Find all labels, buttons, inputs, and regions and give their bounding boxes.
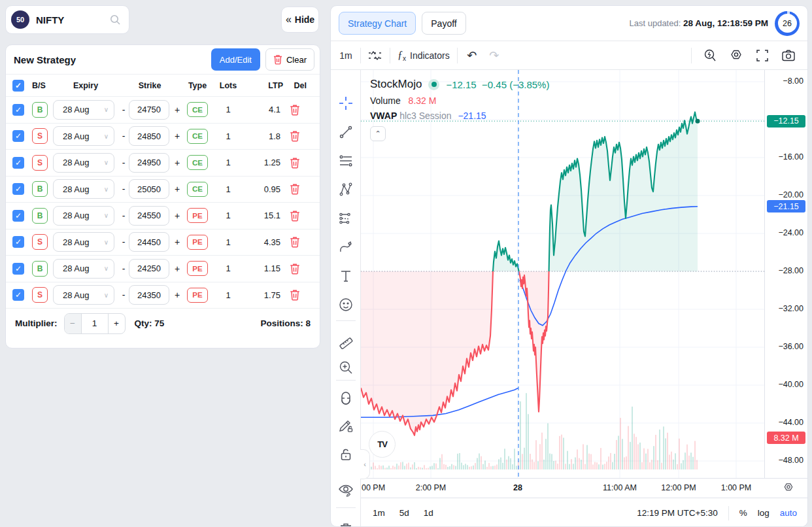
side-badge[interactable]: S (32, 287, 48, 303)
multiplier-decrease-button[interactable]: − (65, 314, 82, 333)
drawing-mode-lock-icon[interactable] (337, 416, 355, 435)
lots-value[interactable]: 1 (211, 237, 245, 247)
leg-checkbox[interactable]: ✓ (12, 263, 24, 275)
indicators-button[interactable]: ƒx Indicators (394, 45, 454, 66)
expiry-select[interactable]: 28 Aug∨ (53, 285, 114, 305)
strike-input[interactable]: 24550 (129, 206, 169, 226)
option-type-badge[interactable]: PE (187, 235, 208, 250)
time-axis-settings-icon[interactable] (783, 482, 794, 494)
delete-drawings-icon[interactable] (337, 520, 355, 527)
leg-checkbox[interactable]: ✓ (12, 157, 24, 169)
delete-leg-button[interactable] (290, 210, 300, 222)
strike-input[interactable]: 25050 (129, 179, 169, 199)
auto-scale-button[interactable]: auto (780, 508, 797, 518)
tab-payoff[interactable]: Payoff (422, 12, 465, 35)
alert-button[interactable] (699, 45, 721, 66)
option-type-badge[interactable]: PE (187, 261, 208, 276)
strike-decrease-button[interactable]: - (118, 237, 129, 247)
lots-value[interactable]: 1 (211, 290, 245, 300)
strike-decrease-button[interactable]: - (118, 264, 129, 274)
option-type-badge[interactable]: PE (187, 208, 208, 223)
side-badge[interactable]: B (32, 261, 48, 277)
redo-button[interactable]: ↷ (483, 45, 505, 66)
toolbar-collapse-tab[interactable]: ‹ (360, 449, 370, 479)
select-all-checkbox[interactable]: ✓ (12, 80, 24, 92)
time-axis[interactable]: 00 PM2:00 PM2811:00 AM12:00 PM1:00 PM (361, 478, 808, 498)
delete-leg-button[interactable] (290, 236, 300, 248)
lots-value[interactable]: 1 (211, 158, 245, 167)
leg-checkbox[interactable]: ✓ (12, 236, 24, 248)
expiry-select[interactable]: 28 Aug∨ (53, 259, 114, 279)
delete-leg-button[interactable] (290, 130, 300, 142)
side-badge[interactable]: B (32, 208, 48, 224)
lots-value[interactable]: 1 (211, 105, 245, 114)
brush-tool-icon[interactable] (337, 238, 355, 256)
interval-button[interactable]: 1m (335, 45, 357, 66)
option-type-badge[interactable]: CE (187, 129, 208, 144)
strike-decrease-button[interactable]: - (118, 290, 129, 300)
tab-strategy-chart[interactable]: Strategy Chart (339, 12, 416, 35)
range-5d[interactable]: 5d (399, 508, 409, 518)
lots-value[interactable]: 1 (211, 131, 245, 141)
expiry-select[interactable]: 28 Aug∨ (53, 126, 114, 146)
strike-increase-button[interactable]: + (171, 105, 184, 115)
symbol-search[interactable]: 50 NIFTY (5, 5, 129, 34)
strike-increase-button[interactable]: + (171, 158, 184, 168)
add-edit-button[interactable]: Add/Edit (211, 48, 260, 71)
text-tool-icon[interactable] (337, 267, 355, 285)
ruler-tool-icon[interactable] (337, 332, 355, 350)
expiry-select[interactable]: 28 Aug∨ (53, 179, 114, 199)
delete-leg-button[interactable] (290, 157, 300, 169)
strike-input[interactable]: 24950 (129, 153, 169, 173)
delete-leg-button[interactable] (290, 289, 300, 301)
fib-retracement-tool-icon[interactable] (337, 152, 355, 170)
option-type-badge[interactable]: PE (187, 288, 208, 303)
delete-leg-button[interactable] (290, 104, 300, 116)
tradingview-logo[interactable]: TV (369, 431, 396, 458)
side-badge[interactable]: S (32, 128, 48, 144)
zoom-in-tool-icon[interactable] (337, 358, 355, 377)
strike-input[interactable]: 24850 (129, 126, 169, 146)
lots-value[interactable]: 1 (211, 184, 245, 194)
strike-increase-button[interactable]: + (171, 211, 184, 221)
percent-scale-button[interactable]: % (739, 508, 747, 518)
price-axis[interactable]: −8.00−16.00−20.00−24.00−28.00−32.00−36.0… (764, 70, 808, 478)
lots-value[interactable]: 1 (211, 211, 245, 220)
lock-all-drawings-icon[interactable] (337, 445, 355, 464)
multiplier-increase-button[interactable]: + (108, 314, 125, 333)
crosshair-tool-icon[interactable] (337, 94, 355, 112)
magnet-tool-icon[interactable] (337, 390, 355, 409)
delete-leg-button[interactable] (290, 183, 300, 195)
side-badge[interactable]: S (32, 155, 48, 171)
leg-checkbox[interactable]: ✓ (12, 130, 24, 142)
leg-checkbox[interactable]: ✓ (12, 183, 24, 195)
leg-checkbox[interactable]: ✓ (12, 210, 24, 222)
lots-value[interactable]: 1 (211, 264, 245, 273)
strike-increase-button[interactable]: + (171, 237, 184, 247)
strike-increase-button[interactable]: + (171, 131, 184, 141)
emoji-tool-icon[interactable] (337, 296, 355, 314)
strike-input[interactable]: 24350 (129, 285, 169, 305)
legend-symbol-name[interactable]: StockMojo (370, 78, 422, 91)
fullscreen-button[interactable] (751, 45, 773, 66)
pattern-tool-icon[interactable] (337, 180, 355, 199)
log-scale-button[interactable]: log (758, 508, 770, 518)
strike-increase-button[interactable]: + (171, 264, 184, 274)
snapshot-button[interactable] (777, 45, 800, 66)
chart-plot-area[interactable]: StockMojo −12.15 −0.45 (−3.85%) Volume 8… (361, 70, 764, 478)
expiry-select[interactable]: 28 Aug∨ (53, 153, 114, 173)
hide-drawings-eye-icon[interactable] (337, 481, 355, 500)
leg-checkbox[interactable]: ✓ (12, 289, 24, 301)
legend-collapse-button[interactable]: ⌃ (370, 126, 386, 141)
clock-timezone[interactable]: 12:19 PM UTC+5:30 (637, 508, 717, 518)
strike-input[interactable]: 24250 (129, 259, 169, 279)
clear-button[interactable]: Clear (265, 48, 314, 71)
expiry-select[interactable]: 28 Aug∨ (53, 232, 114, 252)
option-type-badge[interactable]: CE (187, 155, 208, 170)
strike-decrease-button[interactable]: - (118, 184, 129, 194)
trend-line-tool-icon[interactable] (337, 123, 355, 141)
forecast-tool-icon[interactable] (337, 209, 355, 228)
side-badge[interactable]: B (32, 102, 48, 118)
expiry-select[interactable]: 28 Aug∨ (53, 100, 114, 120)
strike-decrease-button[interactable]: - (118, 158, 129, 168)
